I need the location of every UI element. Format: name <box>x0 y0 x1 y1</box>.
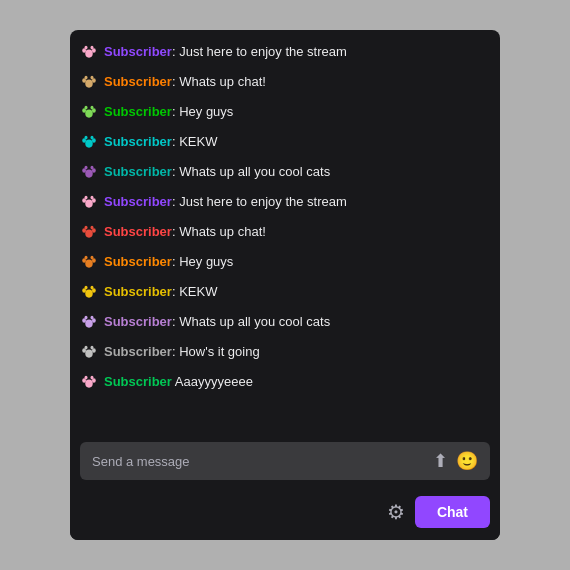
paw-icon <box>80 343 98 368</box>
svg-point-8 <box>85 76 88 80</box>
svg-point-9 <box>91 76 94 80</box>
svg-point-45 <box>85 319 93 327</box>
paw-icon <box>80 313 98 338</box>
svg-point-50 <box>85 349 93 357</box>
svg-point-5 <box>85 79 93 87</box>
message-content: Subscriber: Whats up all you cool cats <box>104 312 490 332</box>
message-text: Just here to enjoy the stream <box>179 194 347 209</box>
svg-point-0 <box>85 49 93 57</box>
svg-point-25 <box>85 199 93 207</box>
message-text: Hey guys <box>179 254 233 269</box>
username: Subscriber <box>104 74 172 89</box>
paw-icon <box>80 373 98 398</box>
message-row: Subscriber: Just here to enjoy the strea… <box>80 192 490 218</box>
message-content: Subscriber: Whats up chat! <box>104 72 490 92</box>
bottom-bar: ⚙ Chat <box>70 488 500 540</box>
svg-point-58 <box>85 376 88 380</box>
svg-point-55 <box>85 379 93 387</box>
message-row: Subscriber: Whats up all you cool cats <box>80 312 490 338</box>
paw-icon <box>80 253 98 278</box>
svg-point-44 <box>91 286 94 290</box>
svg-point-49 <box>91 316 94 320</box>
svg-point-33 <box>85 226 88 230</box>
svg-point-34 <box>91 226 94 230</box>
message-text: Whats up chat! <box>179 74 266 89</box>
username: Subscriber <box>104 164 172 179</box>
chat-button[interactable]: Chat <box>415 496 490 528</box>
username: Subscriber <box>104 344 172 359</box>
paw-icon <box>80 43 98 68</box>
input-area: ⬆ 🙂 <box>70 434 500 488</box>
message-content: Subscriber Aaayyyyeeee <box>104 372 490 392</box>
username: Subscriber <box>104 194 172 209</box>
svg-point-13 <box>85 106 88 110</box>
svg-point-24 <box>91 166 94 170</box>
message-row: Subscriber: Hey guys <box>80 252 490 278</box>
message-text: KEKW <box>179 134 217 149</box>
paw-icon <box>80 193 98 218</box>
message-row: Subscriber: How's it going <box>80 342 490 368</box>
input-box: ⬆ 🙂 <box>80 442 490 480</box>
message-content: Subscriber: How's it going <box>104 342 490 362</box>
message-row: Subscriber: Whats up chat! <box>80 72 490 98</box>
svg-point-48 <box>85 316 88 320</box>
message-text: Whats up all you cool cats <box>179 314 330 329</box>
emoji-button[interactable]: 🙂 <box>456 452 478 470</box>
message-content: Subscriber: Whats up chat! <box>104 222 490 242</box>
chat-panel: Subscriber: Just here to enjoy the strea… <box>70 30 500 540</box>
svg-point-14 <box>91 106 94 110</box>
username: Subscriber <box>104 44 172 59</box>
svg-point-4 <box>91 46 94 50</box>
send-button[interactable]: ⬆ <box>433 452 448 470</box>
svg-point-38 <box>85 256 88 260</box>
username: Subscriber <box>104 224 172 239</box>
message-content: Subscriber: Just here to enjoy the strea… <box>104 192 490 212</box>
svg-point-18 <box>85 136 88 140</box>
message-text: KEKW <box>179 284 217 299</box>
username: Subscriber <box>104 374 172 389</box>
message-content: Subscriber: Hey guys <box>104 252 490 272</box>
message-content: Subscriber: KEKW <box>104 282 490 302</box>
username: Subscriber <box>104 314 172 329</box>
messages-area: Subscriber: Just here to enjoy the strea… <box>70 30 500 434</box>
message-text: Whats up all you cool cats <box>179 164 330 179</box>
svg-point-10 <box>85 109 93 117</box>
message-content: Subscriber: Whats up all you cool cats <box>104 162 490 182</box>
username: Subscriber <box>104 284 172 299</box>
message-row: Subscriber: Whats up chat! <box>80 222 490 248</box>
username: Subscriber <box>104 104 172 119</box>
svg-point-30 <box>85 229 93 237</box>
svg-point-54 <box>91 346 94 350</box>
paw-icon <box>80 283 98 308</box>
message-content: Subscriber: Hey guys <box>104 102 490 122</box>
svg-point-53 <box>85 346 88 350</box>
paw-icon <box>80 133 98 158</box>
message-text: Whats up chat! <box>179 224 266 239</box>
message-row: Subscriber Aaayyyyeeee <box>80 372 490 398</box>
message-text: Aaayyyyeeee <box>172 374 253 389</box>
message-row: Subscriber: Whats up all you cool cats <box>80 162 490 188</box>
settings-button[interactable]: ⚙ <box>387 500 405 524</box>
username: Subscriber <box>104 134 172 149</box>
svg-point-28 <box>85 196 88 200</box>
message-content: Subscriber: KEKW <box>104 132 490 152</box>
username: Subscriber <box>104 254 172 269</box>
message-text: Just here to enjoy the stream <box>179 44 347 59</box>
svg-point-29 <box>91 196 94 200</box>
message-input[interactable] <box>92 454 425 469</box>
paw-icon <box>80 73 98 98</box>
paw-icon <box>80 103 98 128</box>
svg-point-39 <box>91 256 94 260</box>
svg-point-23 <box>85 166 88 170</box>
svg-point-20 <box>85 169 93 177</box>
svg-point-59 <box>91 376 94 380</box>
svg-point-15 <box>85 139 93 147</box>
svg-point-40 <box>85 289 93 297</box>
paw-icon <box>80 163 98 188</box>
message-content: Subscriber: Just here to enjoy the strea… <box>104 42 490 62</box>
paw-icon <box>80 223 98 248</box>
message-row: Subscriber: Just here to enjoy the strea… <box>80 42 490 68</box>
message-text: How's it going <box>179 344 260 359</box>
message-row: Subscriber: KEKW <box>80 132 490 158</box>
message-row: Subscriber: Hey guys <box>80 102 490 128</box>
